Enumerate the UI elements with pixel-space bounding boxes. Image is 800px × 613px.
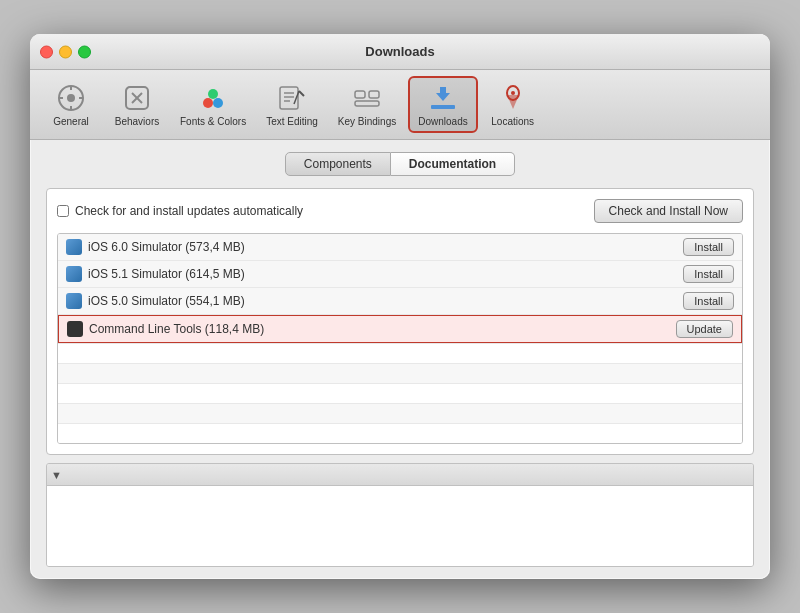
- svg-point-25: [511, 91, 515, 95]
- item-name: iOS 6.0 Simulator (573,4 MB): [88, 240, 245, 254]
- bottom-section: ▼: [46, 463, 754, 567]
- toolbar-item-downloads[interactable]: Downloads: [408, 76, 477, 133]
- svg-point-1: [67, 94, 75, 102]
- auto-update-checkbox[interactable]: [57, 205, 69, 217]
- update-button-3[interactable]: Update: [676, 320, 733, 338]
- toolbar-item-locations[interactable]: Locations: [482, 78, 544, 131]
- item-left: Command Line Tools (118,4 MB): [67, 321, 264, 337]
- list-item: iOS 6.0 Simulator (573,4 MB) Install: [58, 234, 742, 261]
- toolbar: General Behaviors Fonts & Co: [30, 70, 770, 140]
- simulator-icon: [66, 293, 82, 309]
- main-panel: Check for and install updates automatica…: [46, 188, 754, 455]
- svg-rect-23: [440, 87, 446, 96]
- simulator-icon: [66, 266, 82, 282]
- svg-point-9: [203, 98, 213, 108]
- toolbar-item-behaviors[interactable]: Behaviors: [106, 78, 168, 131]
- toolbar-item-key-bindings[interactable]: Key Bindings: [330, 78, 404, 131]
- list-item: iOS 5.1 Simulator (614,5 MB) Install: [58, 261, 742, 288]
- item-name: iOS 5.0 Simulator (554,1 MB): [88, 294, 245, 308]
- item-name: iOS 5.1 Simulator (614,5 MB): [88, 267, 245, 281]
- svg-rect-18: [355, 91, 365, 98]
- svg-rect-19: [369, 91, 379, 98]
- install-button-2[interactable]: Install: [683, 292, 734, 310]
- toolbar-item-general[interactable]: General: [40, 78, 102, 131]
- window-buttons: [40, 45, 91, 58]
- simulator-icon: [66, 239, 82, 255]
- components-list: iOS 6.0 Simulator (573,4 MB) Install iOS…: [57, 233, 743, 444]
- cli-icon: [67, 321, 83, 337]
- list-item-highlighted: Command Line Tools (118,4 MB) Update: [58, 315, 742, 343]
- panel-header: Check for and install updates automatica…: [57, 199, 743, 223]
- general-label: General: [53, 116, 89, 127]
- tab-components[interactable]: Components: [285, 152, 391, 176]
- empty-row: [58, 423, 742, 443]
- close-button[interactable]: [40, 45, 53, 58]
- tab-documentation[interactable]: Documentation: [391, 152, 515, 176]
- empty-row: [58, 343, 742, 363]
- auto-update-label: Check for and install updates automatica…: [75, 204, 303, 218]
- fonts-colors-label: Fonts & Colors: [180, 116, 246, 127]
- empty-row: [58, 383, 742, 403]
- minimize-button[interactable]: [59, 45, 72, 58]
- svg-rect-12: [280, 87, 298, 109]
- text-editing-label: Text Editing: [266, 116, 318, 127]
- main-window: Downloads General: [30, 34, 770, 579]
- svg-rect-21: [431, 105, 455, 109]
- item-name: Command Line Tools (118,4 MB): [89, 322, 264, 336]
- empty-row: [58, 363, 742, 383]
- behaviors-label: Behaviors: [115, 116, 159, 127]
- install-button-0[interactable]: Install: [683, 238, 734, 256]
- downloads-icon: [427, 82, 459, 114]
- log-area: [47, 486, 753, 566]
- item-left: iOS 5.0 Simulator (554,1 MB): [66, 293, 245, 309]
- check-install-now-button[interactable]: Check and Install Now: [594, 199, 743, 223]
- locations-label: Locations: [491, 116, 534, 127]
- bottom-toolbar: ▼: [47, 464, 753, 486]
- item-left: iOS 5.1 Simulator (614,5 MB): [66, 266, 245, 282]
- general-icon: [55, 82, 87, 114]
- svg-rect-20: [355, 101, 379, 106]
- window-title: Downloads: [365, 44, 434, 59]
- empty-row: [58, 403, 742, 423]
- toolbar-item-text-editing[interactable]: Text Editing: [258, 78, 326, 131]
- tab-bar: Components Documentation: [46, 152, 754, 176]
- bottom-toolbar-icon[interactable]: ▼: [51, 469, 62, 481]
- key-bindings-icon: [351, 82, 383, 114]
- toolbar-item-fonts-colors[interactable]: Fonts & Colors: [172, 78, 254, 131]
- auto-update-row: Check for and install updates automatica…: [57, 204, 303, 218]
- item-left: iOS 6.0 Simulator (573,4 MB): [66, 239, 245, 255]
- content-area: Components Documentation Check for and i…: [30, 140, 770, 579]
- install-button-1[interactable]: Install: [683, 265, 734, 283]
- locations-icon: [497, 82, 529, 114]
- titlebar: Downloads: [30, 34, 770, 70]
- svg-point-10: [213, 98, 223, 108]
- fonts-colors-icon: [197, 82, 229, 114]
- list-item: iOS 5.0 Simulator (554,1 MB) Install: [58, 288, 742, 315]
- svg-point-11: [208, 89, 218, 99]
- behaviors-icon: [121, 82, 153, 114]
- downloads-label: Downloads: [418, 116, 467, 127]
- text-editing-icon: [276, 82, 308, 114]
- maximize-button[interactable]: [78, 45, 91, 58]
- key-bindings-label: Key Bindings: [338, 116, 396, 127]
- svg-line-16: [299, 91, 304, 96]
